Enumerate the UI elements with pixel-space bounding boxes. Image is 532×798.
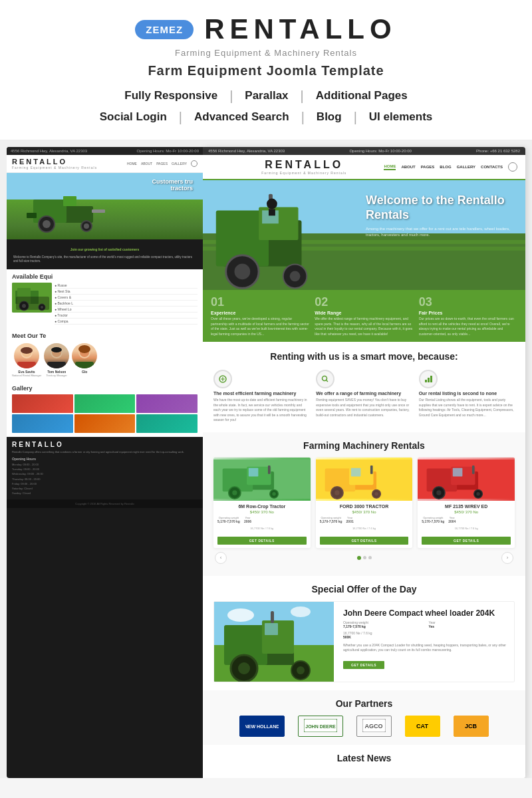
footer-text: Rentallo Company offers something that c… [12, 450, 198, 454]
next-arrow[interactable]: › [501, 552, 513, 564]
svg-rect-25 [75, 362, 94, 368]
nav-home[interactable]: HOME [384, 164, 396, 170]
svg-text:CAT: CAT [416, 723, 428, 730]
team-member-glo: Glo [72, 343, 97, 377]
svg-point-67 [374, 492, 378, 495]
smart-icon-2 [316, 370, 334, 388]
col3-title: Fair Prices [419, 311, 517, 315]
get-details-btn-3[interactable]: GET DETAILS [422, 537, 511, 545]
equip-title: Available Equi [12, 273, 198, 280]
tom-avatar [44, 343, 69, 368]
tractor-icon [218, 374, 227, 384]
offer-title: John Deere Compact wheel loader 204K [343, 608, 507, 618]
svg-rect-9 [12, 283, 52, 313]
equip-item: ● Backhoe L [55, 301, 198, 307]
spec-extra: 16,7700 Ne / 7.6 kg 500K [343, 631, 422, 639]
weight-val-3: 5,170-7,570 kg [422, 519, 444, 523]
footer-logo: RENTALLO [12, 441, 198, 448]
left-logo-sub: Farming Equipment & Machinery Rentals [12, 166, 97, 170]
machinery-section: Farming Machinery Rentals [203, 432, 525, 576]
col1-num: 01 [211, 295, 309, 309]
footer-hours-label: Opening Hours [12, 457, 198, 461]
col2-text: We offer the widest range of farming mac… [315, 317, 413, 336]
offer-tractor-svg [214, 602, 334, 682]
preview-right: 4556 Richmond Hwy, Alexandria, VA 22303 … [203, 147, 525, 778]
get-details-btn-1[interactable]: GET DETAILS [217, 537, 307, 545]
smart-icon-3 [419, 370, 438, 388]
dot-2[interactable] [363, 556, 366, 559]
weight-val: 7,170-7,570 kg [343, 624, 422, 628]
partners-section: Our Partners NEW HOLLAND JOHN DEERE [203, 690, 525, 745]
dot-active[interactable] [357, 556, 361, 560]
weight-val-2: 5,170-7,570 kg [320, 519, 342, 523]
right-topbar-address: 4556 Richmond Hwy, Alexandria, VA 22303 [208, 149, 285, 153]
avatar-svg-2 [44, 343, 69, 368]
right-logo-text: RENTALLO [261, 159, 346, 171]
left-customers-section: Join our growing list of satisfied custo… [7, 239, 203, 269]
col2-title: Wide Range [315, 311, 413, 315]
feature-ui-elements: UI elements [357, 108, 444, 126]
zemez-badge[interactable]: ZEMEZ [135, 20, 194, 39]
col1-title: Experience [211, 311, 309, 315]
offer-specs: Operating weight 7,170-7,570 kg Year Yes… [343, 620, 507, 639]
nav-gallery[interactable]: GALLERY [457, 165, 475, 169]
svg-rect-86 [265, 623, 278, 635]
col2-num: 02 [315, 295, 413, 309]
join-title: Join our growing list of satisfied custo… [13, 247, 196, 253]
get-details-btn-2[interactable]: GET DETAILS [320, 537, 409, 545]
eva-avatar [14, 343, 39, 368]
left-nav-about[interactable]: ABOUT [141, 162, 152, 166]
svg-point-12 [19, 301, 29, 311]
card1-body: 6M Row-Crop Tractor $450/ 370 No Operati… [213, 501, 311, 548]
svg-point-23 [51, 347, 62, 352]
hero-text: Among the machinery that we offer for a … [366, 226, 512, 238]
offer-body: John Deere Compact wheel loader 204K Ope… [340, 602, 514, 682]
card3-price: $450/ 370 No [422, 510, 511, 514]
svg-point-39 [290, 271, 301, 281]
feature-fully-responsive: Fully Responsive [112, 86, 229, 105]
preview-area: 4556 Richmond Hwy, Alexandria, VA 22303 … [0, 140, 532, 778]
svg-point-88 [238, 662, 250, 674]
nav-blog[interactable]: BLOG [440, 165, 451, 169]
nav-contacts[interactable]: CONTACTS [481, 165, 503, 169]
svg-point-15 [41, 306, 43, 309]
svg-point-80 [227, 608, 254, 622]
card3-text: Our Rental Listing shows all the equipme… [419, 398, 515, 418]
smart-icon-1 [213, 370, 232, 388]
svg-point-19 [21, 347, 33, 354]
offer-get-details-btn[interactable]: GET DETAILS [343, 661, 384, 669]
nav-about[interactable]: ABOUT [401, 165, 415, 169]
avatar-svg-3 [72, 343, 97, 368]
year-label-2: Year [346, 516, 354, 519]
card3-body: MF 2135 W/REV ED $450/ 370 No Operating … [418, 501, 515, 548]
left-hero: Customers tru tractors [7, 173, 203, 239]
smart-title: Renting with us is a smart move, because… [213, 351, 515, 362]
card1-spec-extra: 16,7700 Ne / 7.6 kg [217, 527, 307, 530]
svg-line-45 [327, 380, 329, 382]
search-icon[interactable] [508, 162, 517, 172]
left-nav-gallery[interactable]: GALLERY [172, 162, 187, 166]
svg-point-3 [43, 220, 51, 228]
year-label-3: Year [448, 516, 456, 519]
svg-point-27 [78, 345, 90, 353]
machinery-cards: 6M Row-Crop Tractor $450/ 370 No Operati… [213, 458, 515, 548]
col1-text: Over all these years, we've developed a … [211, 317, 309, 336]
left-nav-home[interactable]: HOME [127, 162, 137, 166]
dot-3[interactable] [368, 556, 372, 559]
nav-pages[interactable]: PAGES [421, 165, 435, 169]
glo-avatar [72, 343, 97, 368]
year-label: Year [244, 516, 251, 519]
card1-spec2: Year 2006 [244, 516, 251, 523]
template-label: Farm Equipment Joomla Template [13, 63, 519, 78]
partners-title: Our Partners [213, 698, 515, 709]
extra-val: 500K [343, 635, 422, 639]
prev-arrow[interactable]: ‹ [215, 552, 227, 564]
svg-rect-63 [350, 467, 360, 476]
search-icon[interactable] [191, 160, 198, 167]
hero-section: Welcome to the Rentallo Rentals Among th… [203, 180, 525, 290]
card2-text: Renting equipment SAVES you money! You d… [316, 398, 412, 418]
gallery-item-2 [74, 394, 136, 413]
card2-specs: Operating weight 5,170-7,570 kg Year 200… [320, 516, 409, 523]
left-nav-pages[interactable]: PAGES [156, 162, 168, 166]
equip-item: ● Russe [55, 283, 198, 289]
